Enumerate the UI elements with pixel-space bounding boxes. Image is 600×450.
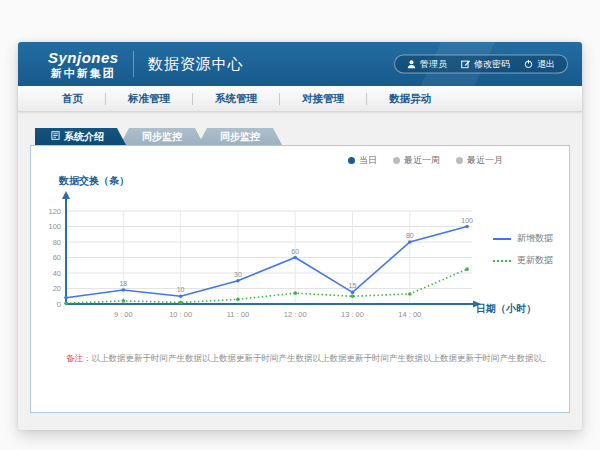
nav-item-interface-mgmt[interactable]: 对接管理 [280, 92, 366, 106]
legend-label: 更新数据 [517, 254, 553, 267]
svg-text:18: 18 [119, 280, 127, 287]
user-menu-label: 退出 [537, 58, 555, 71]
svg-text:11 : 00: 11 : 00 [227, 310, 249, 319]
x-axis-title: 日期（小时） [476, 302, 536, 316]
current-user-button[interactable]: 管理员 [407, 58, 447, 71]
footnote-prefix: 备注： [66, 353, 92, 363]
document-icon [51, 128, 60, 145]
chart-legend: 新增数据 更新数据 [493, 232, 553, 267]
radio-label: 最近一月 [467, 154, 503, 167]
app-window: Synjones 新中新集团 数据资源中心 管理员 修改密码 [18, 42, 582, 430]
tab-sync-monitor-1[interactable]: 同步监控 [120, 128, 204, 145]
legend-new-data[interactable]: 新增数据 [493, 232, 553, 245]
svg-text:15: 15 [349, 282, 357, 289]
svg-text:30: 30 [234, 271, 242, 278]
radio-label: 当日 [359, 154, 377, 167]
user-icon [407, 60, 416, 69]
tab-system-intro[interactable]: 系统介绍 [35, 128, 126, 145]
app-header: Synjones 新中新集团 数据资源中心 管理员 修改密码 [18, 42, 582, 86]
nav-item-home[interactable]: 首页 [40, 92, 105, 106]
radio-dot [393, 157, 400, 164]
page: Synjones 新中新集团 数据资源中心 管理员 修改密码 [0, 0, 600, 450]
svg-text:9 : 00: 9 : 00 [114, 310, 133, 319]
tab-bar: 系统介绍 同步监控 同步监控 [35, 128, 582, 145]
logo: Synjones 新中新集团 [48, 50, 119, 79]
logout-button[interactable]: 退出 [524, 58, 555, 71]
power-icon [524, 60, 533, 69]
nav-item-standard-mgmt[interactable]: 标准管理 [106, 92, 192, 106]
svg-text:10: 10 [177, 286, 185, 293]
footnote-text: 以上数据更新于时间产生数据以上数据更新于时间产生数据以上数据更新于时间产生数据以… [92, 353, 547, 363]
legend-updated-data[interactable]: 更新数据 [493, 254, 553, 267]
tab-label: 系统介绍 [64, 128, 104, 145]
svg-text:80: 80 [53, 238, 61, 247]
page-title: 数据资源中心 [148, 55, 244, 74]
svg-text:80: 80 [406, 232, 414, 239]
footnote: 备注：以上数据更新于时间产生数据以上数据更新于时间产生数据以上数据更新于时间产生… [66, 353, 546, 365]
nav-item-system-mgmt[interactable]: 系统管理 [193, 92, 279, 106]
user-menu: 管理员 修改密码 退出 [394, 55, 568, 74]
main-nav: 首页 标准管理 系统管理 对接管理 数据异动 [18, 86, 582, 112]
content-panel: 当日 最近一周 最近一月 数据交换（条） 0204060801001209 : … [30, 145, 570, 413]
tab-label: 同步监控 [142, 128, 182, 145]
tab-label: 同步监控 [220, 128, 260, 145]
svg-text:60: 60 [291, 248, 299, 255]
change-password-button[interactable]: 修改密码 [461, 58, 510, 71]
radio-last-month[interactable]: 最近一月 [456, 154, 503, 167]
svg-text:120: 120 [48, 207, 61, 216]
edit-icon [461, 60, 470, 69]
svg-text:0: 0 [57, 300, 61, 309]
svg-text:12 : 00: 12 : 00 [284, 310, 307, 319]
radio-today[interactable]: 当日 [348, 154, 377, 167]
svg-text:20: 20 [53, 284, 61, 293]
line-chart: 0204060801001209 : 0010 : 0011 : 0012 : … [36, 186, 491, 326]
logo-company: 新中新集团 [48, 68, 119, 79]
svg-text:100: 100 [48, 222, 61, 231]
radio-last-week[interactable]: 最近一周 [393, 154, 440, 167]
solid-line-swatch-icon [493, 238, 511, 240]
svg-text:100: 100 [461, 217, 473, 224]
svg-text:14 : 00: 14 : 00 [398, 310, 421, 319]
svg-text:60: 60 [53, 253, 61, 262]
radio-label: 最近一周 [404, 154, 440, 167]
tab-sync-monitor-2[interactable]: 同步监控 [198, 128, 282, 145]
user-menu-label: 修改密码 [474, 58, 510, 71]
nav-item-data-change[interactable]: 数据异动 [367, 92, 453, 106]
dotted-line-swatch-icon [493, 260, 511, 262]
logo-brand: Synjones [48, 50, 119, 65]
legend-label: 新增数据 [517, 232, 553, 245]
svg-text:40: 40 [53, 269, 61, 278]
svg-text:10 : 00: 10 : 00 [169, 310, 192, 319]
header-divider [133, 51, 134, 77]
user-menu-label: 管理员 [420, 58, 447, 71]
time-range-group: 当日 最近一周 最近一月 [348, 154, 503, 167]
radio-dot [348, 157, 355, 164]
radio-dot [456, 157, 463, 164]
svg-text:13 : 00: 13 : 00 [341, 310, 364, 319]
